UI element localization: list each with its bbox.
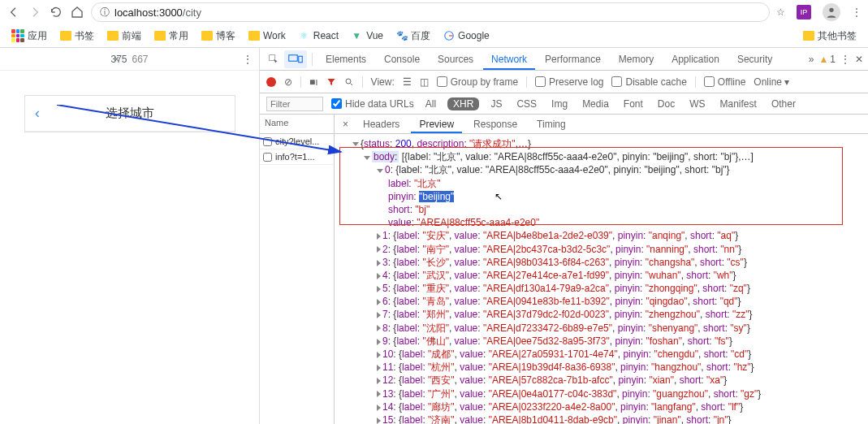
bookmark-item[interactable]: 🐾百度 bbox=[391, 28, 435, 45]
filter-type-xhr[interactable]: XHR bbox=[447, 97, 479, 110]
detail-tab-preview[interactable]: Preview bbox=[411, 115, 462, 133]
filter-icon[interactable] bbox=[326, 77, 336, 87]
bookmark-item[interactable]: 前端 bbox=[102, 28, 146, 45]
clear-icon[interactable]: ⊘ bbox=[284, 76, 292, 88]
apps-icon[interactable]: 应用 bbox=[6, 28, 52, 45]
inspect-icon[interactable] bbox=[265, 50, 283, 68]
filter-type-other[interactable]: Other bbox=[768, 97, 799, 111]
folder-icon bbox=[803, 31, 814, 41]
tab-sources[interactable]: Sources bbox=[430, 49, 482, 70]
group-by-frame-checkbox[interactable]: Group by frame bbox=[437, 76, 518, 88]
filter-type-img[interactable]: Img bbox=[548, 97, 571, 111]
bookmark-item[interactable]: ⚛React bbox=[294, 28, 343, 43]
tab-console[interactable]: Console bbox=[376, 49, 428, 70]
folder-icon bbox=[201, 31, 213, 41]
camera-icon[interactable]: ■ı bbox=[309, 76, 318, 88]
bookmark-item[interactable]: 书签 bbox=[55, 28, 99, 45]
bookmark-item[interactable]: Work bbox=[244, 28, 291, 43]
filter-type-css[interactable]: CSS bbox=[513, 97, 540, 111]
tab-memory[interactable]: Memory bbox=[611, 49, 662, 70]
folder-icon bbox=[154, 31, 166, 41]
folder-icon bbox=[248, 31, 260, 41]
devtools-menu-icon[interactable]: ⋮ bbox=[840, 54, 850, 65]
hide-data-urls-checkbox[interactable]: Hide data URLs bbox=[331, 98, 414, 110]
url-text: localhost:3000/city bbox=[114, 6, 201, 19]
request-item[interactable]: info?t=1... bbox=[260, 149, 334, 165]
star-icon[interactable]: ☆ bbox=[776, 6, 785, 18]
throttling-select[interactable]: Online ▾ bbox=[754, 76, 789, 88]
info-icon: ⓘ bbox=[100, 6, 110, 19]
request-item[interactable]: city?level... bbox=[260, 134, 334, 149]
folder-icon bbox=[60, 31, 71, 41]
detail-tab-timing[interactable]: Timing bbox=[529, 115, 574, 133]
filter-type-media[interactable]: Media bbox=[579, 97, 612, 111]
device-mode-icon[interactable] bbox=[284, 50, 307, 68]
detail-tab-response[interactable]: Response bbox=[465, 115, 525, 133]
filter-type-js[interactable]: JS bbox=[487, 97, 505, 111]
filter-type-doc[interactable]: Doc bbox=[654, 97, 678, 111]
record-icon[interactable] bbox=[266, 77, 276, 87]
svg-point-6 bbox=[346, 79, 351, 84]
filter-input[interactable] bbox=[266, 97, 323, 111]
device-height[interactable]: 667 bbox=[132, 54, 149, 65]
google-icon bbox=[443, 30, 455, 41]
baidu-icon: 🐾 bbox=[396, 30, 408, 41]
detail-tab-headers[interactable]: Headers bbox=[355, 115, 408, 133]
preserve-log-checkbox[interactable]: Preserve log bbox=[535, 76, 603, 88]
reload-icon[interactable] bbox=[49, 5, 63, 19]
device-toolbar: 375 × 667 ⋮ bbox=[0, 48, 259, 71]
bookmark-item[interactable]: ▼Vue bbox=[347, 28, 388, 43]
menu-icon[interactable]: ⋮ bbox=[852, 6, 862, 18]
tab-performance[interactable]: Performance bbox=[537, 49, 609, 70]
warning-badge[interactable]: ▲1 bbox=[818, 54, 836, 65]
filter-type-manifest[interactable]: Manifest bbox=[717, 97, 760, 111]
request-list-header: Name bbox=[260, 115, 334, 134]
close-detail-icon[interactable]: × bbox=[339, 119, 352, 130]
filter-type-font[interactable]: Font bbox=[620, 97, 646, 111]
mobile-back-icon[interactable]: ‹ bbox=[35, 105, 40, 122]
filter-type-ws[interactable]: WS bbox=[686, 97, 708, 111]
disable-cache-checkbox[interactable]: Disable cache bbox=[611, 76, 686, 88]
svg-rect-5 bbox=[299, 56, 303, 63]
back-icon[interactable] bbox=[6, 5, 21, 19]
other-bookmarks[interactable]: 其他书签 bbox=[798, 28, 862, 45]
view-list-icon[interactable]: ☰ bbox=[403, 76, 412, 88]
address-bar[interactable]: ⓘ localhost:3000/city bbox=[91, 2, 770, 22]
mobile-title: 选择城市 bbox=[106, 106, 154, 121]
view-label: View: bbox=[371, 76, 395, 88]
json-preview[interactable]: {status: 200, description: "请求成功",…}body… bbox=[335, 134, 868, 424]
bookmark-item[interactable]: 博客 bbox=[196, 28, 240, 45]
search-icon[interactable] bbox=[344, 77, 354, 87]
apps-label: 应用 bbox=[28, 29, 47, 43]
filter-type-all[interactable]: All bbox=[422, 97, 439, 111]
folder-icon bbox=[107, 31, 119, 41]
more-tabs-icon[interactable]: » bbox=[809, 54, 814, 65]
view-detail-icon[interactable]: ◫ bbox=[420, 76, 429, 88]
extension-badge[interactable]: IP bbox=[797, 5, 811, 19]
offline-checkbox[interactable]: Offline bbox=[704, 76, 745, 88]
tab-application[interactable]: Application bbox=[663, 49, 728, 70]
react-icon: ⚛ bbox=[299, 30, 310, 41]
mobile-preview: ‹ 选择城市 bbox=[24, 95, 235, 132]
vue-icon: ▼ bbox=[352, 30, 363, 41]
svg-rect-4 bbox=[289, 54, 298, 61]
forward-icon bbox=[28, 5, 42, 19]
tab-network[interactable]: Network bbox=[483, 49, 535, 70]
user-avatar[interactable] bbox=[823, 3, 840, 21]
devtools-close-icon[interactable]: ✕ bbox=[855, 54, 863, 65]
bookmark-item[interactable]: Google bbox=[438, 28, 494, 43]
home-icon[interactable] bbox=[70, 5, 84, 19]
dimension-close[interactable]: × bbox=[114, 54, 119, 65]
tab-elements[interactable]: Elements bbox=[317, 49, 374, 70]
svg-point-0 bbox=[829, 8, 833, 12]
tab-security[interactable]: Security bbox=[729, 49, 780, 70]
device-menu-icon[interactable]: ⋮ bbox=[243, 54, 253, 65]
bookmark-item[interactable]: 常用 bbox=[149, 28, 193, 45]
